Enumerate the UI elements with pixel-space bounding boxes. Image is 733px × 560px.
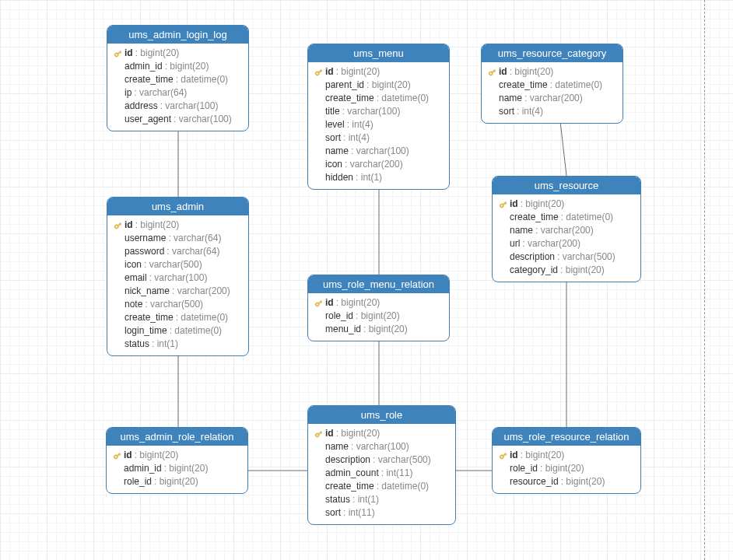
column-row[interactable]: id: bigint(20) bbox=[497, 198, 636, 211]
column-row[interactable]: email: varchar(100) bbox=[112, 271, 244, 285]
column-type: : varchar(200) bbox=[522, 238, 580, 250]
table-title[interactable]: ums_role bbox=[308, 406, 455, 424]
key-slot-empty bbox=[313, 482, 324, 492]
column-row[interactable]: ip: varchar(64) bbox=[112, 86, 244, 100]
table-columns: id: bigint(20)admin_id: bigint(20)create… bbox=[107, 44, 248, 131]
column-row[interactable]: create_time: datetime(0) bbox=[497, 211, 636, 224]
relationship-line bbox=[560, 121, 566, 176]
column-row[interactable]: parent_id: bigint(20) bbox=[313, 79, 444, 92]
table-title[interactable]: ums_role_resource_relation bbox=[493, 428, 640, 446]
table-ums_resource_category[interactable]: ums_resource_categoryid: bigint(20)creat… bbox=[481, 44, 623, 124]
column-row[interactable]: id: bigint(20) bbox=[313, 296, 444, 310]
column-row[interactable]: note: varchar(500) bbox=[112, 298, 244, 311]
column-row[interactable]: create_time: datetime(0) bbox=[112, 311, 244, 324]
column-name: icon bbox=[125, 259, 142, 271]
table-columns: id: bigint(20)parent_id: bigint(20)creat… bbox=[308, 62, 449, 189]
key-slot-empty bbox=[112, 261, 123, 270]
column-name: admin_count bbox=[325, 467, 379, 479]
column-row[interactable]: sort: int(4) bbox=[486, 105, 618, 118]
column-row[interactable]: status: int(1) bbox=[112, 338, 244, 351]
key-slot-empty bbox=[112, 287, 123, 296]
column-row[interactable]: level: int(4) bbox=[313, 118, 444, 131]
column-row[interactable]: sort: int(4) bbox=[313, 131, 444, 145]
column-type: : bigint(20) bbox=[336, 297, 381, 309]
table-title[interactable]: ums_role_menu_relation bbox=[308, 275, 449, 293]
column-row[interactable]: resource_id: bigint(20) bbox=[497, 475, 636, 488]
table-ums_admin[interactable]: ums_adminid: bigint(20)username: varchar… bbox=[107, 197, 249, 356]
column-row[interactable]: id: bigint(20) bbox=[111, 449, 243, 462]
table-ums_role_menu_relation[interactable]: ums_role_menu_relationid: bigint(20)role… bbox=[307, 275, 450, 341]
column-row[interactable]: name: varchar(200) bbox=[486, 92, 618, 105]
column-row[interactable]: password: varchar(64) bbox=[112, 245, 244, 258]
table-ums_role_resource_relation[interactable]: ums_role_resource_relationid: bigint(20)… bbox=[492, 427, 641, 494]
column-row[interactable]: id: bigint(20) bbox=[313, 427, 451, 440]
column-row[interactable]: name: varchar(100) bbox=[313, 145, 444, 158]
table-title[interactable]: ums_resource_category bbox=[482, 44, 623, 62]
column-row[interactable]: id: bigint(20) bbox=[112, 47, 244, 60]
column-type: : bigint(20) bbox=[363, 324, 408, 335]
column-row[interactable]: category_id: bigint(20) bbox=[497, 264, 636, 277]
column-row[interactable]: name: varchar(200) bbox=[497, 224, 636, 237]
column-row[interactable]: username: varchar(64) bbox=[112, 232, 244, 245]
table-title[interactable]: ums_admin_login_log bbox=[107, 26, 248, 44]
column-name: title bbox=[325, 106, 340, 117]
column-row[interactable]: icon: varchar(500) bbox=[112, 258, 244, 271]
key-slot-empty bbox=[313, 325, 324, 334]
key-slot-empty bbox=[497, 253, 508, 262]
column-type: : int(1) bbox=[356, 172, 382, 184]
column-row[interactable]: role_id: bigint(20) bbox=[313, 310, 444, 323]
column-type: : datetime(0) bbox=[377, 93, 429, 104]
column-row[interactable]: description: varchar(500) bbox=[313, 453, 451, 467]
column-name: icon bbox=[325, 159, 342, 170]
key-slot-empty bbox=[313, 160, 324, 170]
column-row[interactable]: title: varchar(100) bbox=[313, 105, 444, 118]
table-columns: id: bigint(20)role_id: bigint(20)menu_id… bbox=[308, 293, 449, 341]
column-row[interactable]: id: bigint(20) bbox=[486, 65, 618, 79]
column-type: : bigint(20) bbox=[164, 463, 209, 474]
column-name: admin_id bbox=[124, 463, 162, 474]
column-row[interactable]: admin_id: bigint(20) bbox=[112, 60, 244, 73]
primary-key-icon bbox=[497, 451, 508, 460]
column-row[interactable]: admin_count: int(11) bbox=[313, 467, 451, 480]
table-title[interactable]: ums_menu bbox=[308, 44, 449, 62]
primary-key-icon bbox=[313, 299, 324, 308]
column-row[interactable]: address: varchar(100) bbox=[112, 100, 244, 113]
column-row[interactable]: id: bigint(20) bbox=[313, 65, 444, 79]
table-title[interactable]: ums_admin_role_relation bbox=[107, 428, 247, 446]
column-name: sort bbox=[499, 106, 514, 117]
table-ums_menu[interactable]: ums_menuid: bigint(20)parent_id: bigint(… bbox=[307, 44, 450, 190]
column-row[interactable]: id: bigint(20) bbox=[497, 449, 636, 462]
column-row[interactable]: create_time: datetime(0) bbox=[112, 73, 244, 86]
column-row[interactable]: url: varchar(200) bbox=[497, 237, 636, 250]
column-row[interactable]: hidden: int(1) bbox=[313, 171, 444, 184]
column-row[interactable]: name: varchar(100) bbox=[313, 440, 451, 453]
column-type: : varchar(200) bbox=[524, 93, 583, 104]
table-ums_resource[interactable]: ums_resourceid: bigint(20)create_time: d… bbox=[492, 176, 641, 282]
column-row[interactable]: role_id: bigint(20) bbox=[111, 475, 243, 488]
column-type: : bigint(20) bbox=[135, 219, 180, 231]
key-slot-empty bbox=[112, 102, 123, 111]
column-row[interactable]: description: varchar(500) bbox=[497, 250, 636, 264]
table-title[interactable]: ums_admin bbox=[107, 198, 248, 215]
table-ums_role[interactable]: ums_roleid: bigint(20)name: varchar(100)… bbox=[307, 405, 456, 525]
column-name: id bbox=[125, 219, 133, 231]
column-row[interactable]: icon: varchar(200) bbox=[313, 158, 444, 171]
column-row[interactable]: nick_name: varchar(200) bbox=[112, 285, 244, 298]
table-title[interactable]: ums_resource bbox=[493, 177, 640, 194]
svg-rect-18 bbox=[120, 223, 121, 225]
key-slot-empty bbox=[497, 240, 508, 249]
column-row[interactable]: login_time: datetime(0) bbox=[112, 324, 244, 338]
column-name: id bbox=[325, 66, 334, 78]
column-row[interactable]: menu_id: bigint(20) bbox=[313, 323, 444, 336]
column-row[interactable]: admin_id: bigint(20) bbox=[111, 462, 243, 475]
column-row[interactable]: sort: int(11) bbox=[313, 506, 451, 520]
table-ums_admin_role_relation[interactable]: ums_admin_role_relationid: bigint(20)adm… bbox=[106, 427, 248, 494]
column-row[interactable]: create_time: datetime(0) bbox=[313, 92, 444, 105]
column-row[interactable]: status: int(1) bbox=[313, 493, 451, 506]
column-row[interactable]: create_time: datetime(0) bbox=[486, 79, 618, 92]
column-row[interactable]: create_time: datetime(0) bbox=[313, 480, 451, 493]
table-ums_admin_login_log[interactable]: ums_admin_login_logid: bigint(20)admin_i… bbox=[107, 25, 249, 131]
column-row[interactable]: user_agent: varchar(100) bbox=[112, 113, 244, 126]
column-row[interactable]: id: bigint(20) bbox=[112, 219, 244, 232]
column-row[interactable]: role_id: bigint(20) bbox=[497, 462, 636, 475]
